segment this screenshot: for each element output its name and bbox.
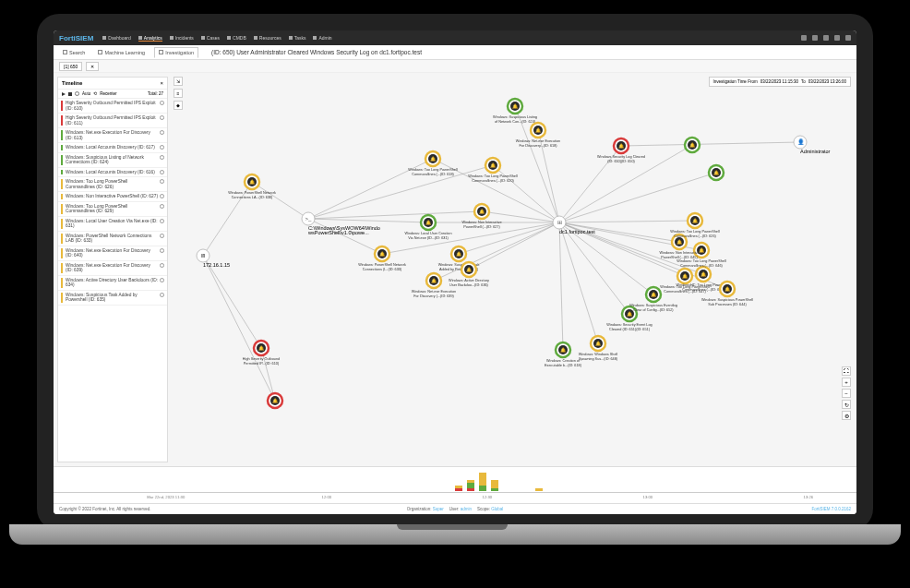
info-icon[interactable] <box>160 219 164 223</box>
total-count: Total: 27 <box>148 91 163 96</box>
timeline-item[interactable]: Windows: Local Accounts Discovery (ID: 6… <box>58 143 167 153</box>
scope-link[interactable]: Global <box>491 507 503 511</box>
event-node[interactable]: 🔔 <box>268 393 282 408</box>
svg-text:🔔: 🔔 <box>466 267 473 273</box>
timeline-item[interactable]: Windows: Net.exe Execution For Discovery… <box>58 261 167 276</box>
timeline-item[interactable]: High Severity Outbound Permitted IPS Exp… <box>58 114 167 128</box>
reports-icon[interactable] <box>801 35 807 41</box>
info-icon[interactable] <box>160 155 164 160</box>
timeline-item[interactable]: Windows: Suspicious Task Added by Powers… <box>58 291 167 306</box>
event-node[interactable]: 🔔Windows: Too Long PowerShellCommandline… <box>670 213 719 238</box>
graph-canvas[interactable]: Investigation Time From 03/22/2023 11:15… <box>185 73 856 466</box>
subnav-search[interactable]: Search <box>59 47 89 58</box>
event-node[interactable]: 🔔Windows: PowerShell NetworkConnections … <box>358 246 406 271</box>
info-icon[interactable] <box>160 145 164 150</box>
nav-incidents[interactable]: Incidents <box>170 35 194 42</box>
brand-logo[interactable]: FortiSIEM <box>59 34 93 42</box>
filter-icon[interactable]: ≡ <box>174 89 183 98</box>
timeline-item[interactable]: High Severity Outbound Permitted IPS Exp… <box>58 99 167 114</box>
tag-icon[interactable]: ◆ <box>174 101 183 110</box>
timeline-item[interactable]: Windows: Non Interactive PowerShell (ID:… <box>58 192 167 202</box>
histogram-bar[interactable] <box>491 480 498 491</box>
auto-checkbox[interactable] <box>75 91 79 96</box>
timeline-item[interactable]: Windows: Suspicious Listing of Network C… <box>58 153 167 168</box>
subnav-machine-learning[interactable]: Machine Learning <box>94 47 149 58</box>
alerts-icon[interactable] <box>812 35 818 41</box>
host-node[interactable]: 🖥172.16.1.15 <box>197 249 230 268</box>
event-node[interactable]: 🔔Windows: Windows ShellSpawning Sus...(I… <box>579 336 618 361</box>
nav-resources[interactable]: Resources <box>254 35 281 42</box>
event-node[interactable]: 🔔Windows: Suspicious Listingof Network C… <box>493 99 537 124</box>
axis-tick: 13:00 <box>643 495 653 499</box>
histogram-bar[interactable] <box>467 480 474 491</box>
event-node[interactable]: 🔔Windows Security Log Cleared(ID: 650)(I… <box>597 138 645 163</box>
svg-text:Via Net.exe (ID...(ID: 631): Via Net.exe (ID...(ID: 631) <box>408 236 449 240</box>
timeline-close-icon[interactable]: × <box>160 80 163 86</box>
info-icon[interactable] <box>160 234 164 238</box>
histogram-bar[interactable] <box>479 473 486 491</box>
timeline-item[interactable]: Windows: PowerShell Network Connections … <box>58 232 167 246</box>
info-icon[interactable] <box>160 194 164 198</box>
nav-dashboard[interactable]: Dashboard <box>102 35 130 42</box>
nav-cases[interactable]: Cases <box>201 35 220 42</box>
expand-icon[interactable]: ⇲ <box>174 77 183 86</box>
timeline-item[interactable]: Windows: Too Long PowerShell Commandline… <box>58 202 167 217</box>
event-node[interactable]: 🔔Windows: Local User CreationVia Net.exe… <box>404 215 451 240</box>
nav-analytics[interactable]: Analytics <box>138 35 162 42</box>
histogram-bar[interactable] <box>455 486 462 491</box>
user-link[interactable]: admin <box>461 507 472 511</box>
event-node[interactable]: 🔔Windows: Creation ofExecutable b...(ID:… <box>545 342 582 367</box>
investigation-chip[interactable]: [1] 650 <box>59 62 82 71</box>
timeline-histogram[interactable]: Mar 22nd, 2023 11:3012:0012:3013:0013:26 <box>54 466 856 503</box>
event-node[interactable]: 🔔 <box>709 165 724 180</box>
timeline-item[interactable]: Windows: Net.exe Execution For Discovery… <box>58 246 167 261</box>
network-graph[interactable]: 🖥172.16.1.15>_C:\Windows\SysWOW64\Window… <box>185 73 856 466</box>
event-node[interactable]: 🔔Windows: Non InteractivePowerShell (...… <box>659 234 699 259</box>
timeline-item[interactable]: Windows: Local Accounts Discovery (ID: 6… <box>58 168 167 178</box>
info-icon[interactable] <box>160 263 164 268</box>
svg-text:🔔: 🔔 <box>699 247 705 254</box>
event-node[interactable]: 🔔High Severity OutboundPermitted IP...(I… <box>243 341 280 366</box>
info-icon[interactable] <box>160 130 164 135</box>
timeline-item[interactable]: Windows: Local User Creation Via Net.exe… <box>58 217 167 232</box>
info-icon[interactable] <box>160 204 164 209</box>
help-icon[interactable] <box>823 35 829 41</box>
settings-icon[interactable]: ⚙ <box>842 411 851 420</box>
apps-icon[interactable] <box>845 35 851 41</box>
zoom-in-icon[interactable]: + <box>842 378 851 387</box>
nav-tasks[interactable]: Tasks <box>289 35 306 42</box>
event-node[interactable]: 🔔 <box>685 138 700 152</box>
timeline-item[interactable]: Windows: Active Directory User Backdoors… <box>58 276 167 291</box>
nav-cmdb[interactable]: CMDB <box>227 35 246 42</box>
event-node[interactable]: 🔔Windows: PowerShell NetworkConnections … <box>228 174 276 199</box>
timeline-list[interactable]: High Severity Outbound Permitted IPS Exp… <box>58 99 167 462</box>
timeline-item[interactable]: Windows: Net.exe Execution For Discovery… <box>58 128 167 143</box>
info-icon[interactable] <box>160 278 164 282</box>
host-node[interactable]: >_C:\Windows\SysWOW64\WindowsPowerShell\… <box>302 212 380 235</box>
play-icon[interactable] <box>62 92 66 96</box>
fit-icon[interactable]: ⛶ <box>842 366 851 376</box>
zoom-out-icon[interactable]: − <box>842 389 851 398</box>
refresh-icon[interactable]: ↻ <box>842 400 851 409</box>
info-icon[interactable] <box>160 170 164 174</box>
info-icon[interactable] <box>160 115 164 120</box>
event-node[interactable]: 🔔Windows: Too Long PowerShellCommandline… <box>408 151 457 176</box>
info-icon[interactable] <box>160 179 164 184</box>
stop-icon[interactable] <box>68 92 72 96</box>
event-node[interactable]: 🔔Windows: Net.exe ExecutionFor Discovery… <box>516 123 560 148</box>
host-node[interactable]: 👤Administrator <box>794 136 831 154</box>
user-icon[interactable] <box>834 35 840 41</box>
svg-text:🔔: 🔔 <box>479 209 485 215</box>
recenter-icon[interactable]: ⟲ <box>93 91 97 96</box>
timeline-item[interactable]: Windows: Too Long PowerShell Commandline… <box>58 177 167 192</box>
info-icon[interactable] <box>160 248 164 253</box>
org-link[interactable]: Super <box>433 507 444 511</box>
recenter-label: Recenter <box>100 91 116 96</box>
close-chip[interactable]: ✕ <box>86 62 99 71</box>
info-icon[interactable] <box>160 293 164 297</box>
subnav-investigation[interactable]: Investigation <box>154 47 198 58</box>
info-icon[interactable] <box>160 101 164 105</box>
event-node[interactable]: 🔔Windows: Non InteractivePowerShell (...… <box>461 204 501 229</box>
nav-admin[interactable]: Admin <box>313 35 331 42</box>
histogram-bar[interactable] <box>535 488 543 491</box>
